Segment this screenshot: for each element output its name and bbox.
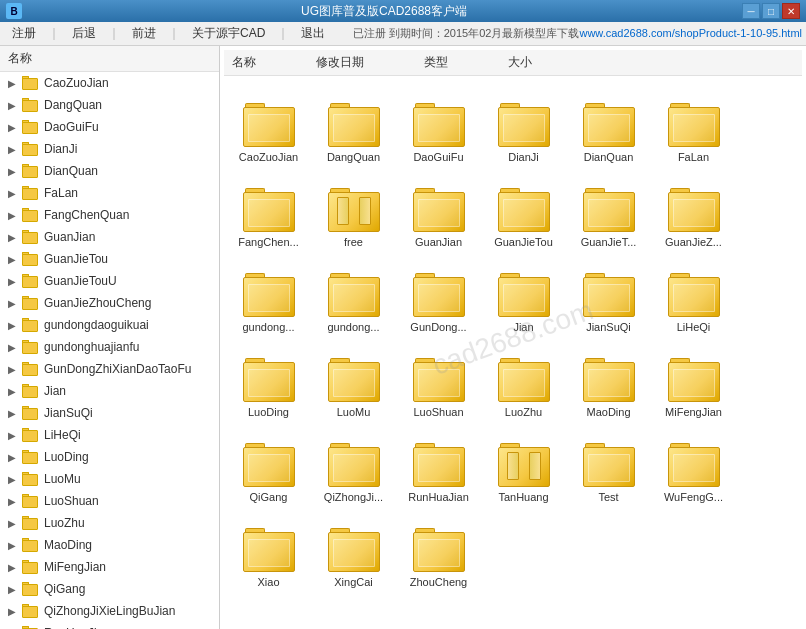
right-column-headers: 名称 修改日期 类型 大小 <box>224 50 802 76</box>
tree-item[interactable]: ▶ JianSuQi <box>0 402 219 424</box>
folder-item[interactable]: Jian <box>481 252 566 337</box>
expand-arrow: ▶ <box>8 408 20 419</box>
tree-item[interactable]: ▶ GuanJieTouU <box>0 270 219 292</box>
download-link[interactable]: www.cad2688.com/shopProduct-1-10-95.html <box>579 27 802 39</box>
tree-item[interactable]: ▶ Jian <box>0 380 219 402</box>
folder-item[interactable]: DianJi <box>481 82 566 167</box>
folder-item[interactable]: Xiao <box>226 507 311 592</box>
menu-forward[interactable]: 前进 <box>124 23 164 44</box>
tree-item[interactable]: ▶ MiFengJian <box>0 556 219 578</box>
folder-item[interactable]: MaoDing <box>566 337 651 422</box>
tree-item[interactable]: ▶ LiHeQi <box>0 424 219 446</box>
tree-item[interactable]: ▶ gundonghuajianfu <box>0 336 219 358</box>
folder-item[interactable]: FaLan <box>651 82 736 167</box>
folder-large-icon <box>328 103 380 147</box>
folder-label: GunDong... <box>410 321 466 333</box>
app-icon: B <box>6 3 22 19</box>
folder-label: GuanJieT... <box>581 236 637 248</box>
title-bar: B UG图库普及版CAD2688客户端 ─ □ ✕ <box>0 0 806 22</box>
menu-register[interactable]: 注册 <box>4 23 44 44</box>
folder-item[interactable]: RunHuaJian <box>396 422 481 507</box>
tree-item[interactable]: ▶ GuanJieTou <box>0 248 219 270</box>
folder-label: FaLan <box>678 151 709 163</box>
expand-arrow: ▶ <box>8 518 20 529</box>
tree-item[interactable]: ▶ FangChenQuan <box>0 204 219 226</box>
folder-item[interactable]: free <box>311 167 396 252</box>
tree-item[interactable]: ▶ GuanJieZhouCheng <box>0 292 219 314</box>
folder-item[interactable]: XingCai <box>311 507 396 592</box>
tree-item[interactable]: ▶ gundongdaoguikuai <box>0 314 219 336</box>
menu-back[interactable]: 后退 <box>64 23 104 44</box>
tree-item[interactable]: ▶ LuoDing <box>0 446 219 468</box>
tree-item[interactable]: ▶ DianQuan <box>0 160 219 182</box>
folder-item[interactable]: FangChen... <box>226 167 311 252</box>
tree-item[interactable]: ▶ CaoZuoJian <box>0 72 219 94</box>
folder-item[interactable]: CaoZuoJian <box>226 82 311 167</box>
tree-item[interactable]: ▶ RunHuaJian <box>0 622 219 629</box>
expand-arrow: ▶ <box>8 232 20 243</box>
folder-icon <box>22 582 40 596</box>
folder-label: MaoDing <box>586 406 630 418</box>
menu-exit[interactable]: 退出 <box>293 23 333 44</box>
folder-item[interactable]: ZhouCheng <box>396 507 481 592</box>
tree-item[interactable]: ▶ GuanJian <box>0 226 219 248</box>
folder-item[interactable]: MiFengJian <box>651 337 736 422</box>
menu-about[interactable]: 关于源宇CAD <box>184 23 273 44</box>
folder-icon <box>22 296 40 310</box>
tree-item[interactable]: ▶ DaoGuiFu <box>0 116 219 138</box>
folder-item[interactable]: DaoGuiFu <box>396 82 481 167</box>
folder-icon <box>22 98 40 112</box>
expand-arrow: ▶ <box>8 364 20 375</box>
folder-item[interactable]: GuanJian <box>396 167 481 252</box>
tree-item-label: Jian <box>44 384 66 398</box>
tree-item[interactable]: ▶ GunDongZhiXianDaoTaoFu <box>0 358 219 380</box>
folder-large-icon <box>328 358 380 402</box>
folder-item[interactable]: DangQuan <box>311 82 396 167</box>
tree-item[interactable]: ▶ QiGang <box>0 578 219 600</box>
folder-large-icon <box>243 103 295 147</box>
tree-item-label: QiGang <box>44 582 85 596</box>
folder-item[interactable]: QiZhongJi... <box>311 422 396 507</box>
folder-item[interactable]: QiGang <box>226 422 311 507</box>
restore-button[interactable]: □ <box>762 3 780 19</box>
col-date: 修改日期 <box>316 54 364 71</box>
tree-item-label: LiHeQi <box>44 428 81 442</box>
folder-label: JianSuQi <box>586 321 631 333</box>
col-name: 名称 <box>232 54 256 71</box>
expand-arrow: ▶ <box>8 78 20 89</box>
folder-item[interactable]: GuanJieT... <box>566 167 651 252</box>
folder-label: GuanJieTou <box>494 236 553 248</box>
folder-large-icon <box>328 443 380 487</box>
close-button[interactable]: ✕ <box>782 3 800 19</box>
folder-item[interactable]: DianQuan <box>566 82 651 167</box>
folder-label: DianJi <box>508 151 539 163</box>
folder-item[interactable]: Test <box>566 422 651 507</box>
folder-item[interactable]: LuoDing <box>226 337 311 422</box>
folder-item[interactable]: LiHeQi <box>651 252 736 337</box>
tree-item[interactable]: ▶ DianJi <box>0 138 219 160</box>
tree-item[interactable]: ▶ MaoDing <box>0 534 219 556</box>
expand-arrow: ▶ <box>8 562 20 573</box>
folder-item[interactable]: gundong... <box>311 252 396 337</box>
expand-arrow: ▶ <box>8 144 20 155</box>
tree-item[interactable]: ▶ LuoShuan <box>0 490 219 512</box>
expand-arrow: ▶ <box>8 606 20 617</box>
folder-item[interactable]: LuoMu <box>311 337 396 422</box>
folder-item[interactable]: WuFengG... <box>651 422 736 507</box>
folder-item[interactable]: gundong... <box>226 252 311 337</box>
folder-item[interactable]: TanHuang <box>481 422 566 507</box>
tree-item[interactable]: ▶ QiZhongJiXieLingBuJian <box>0 600 219 622</box>
tree-item[interactable]: ▶ LuoMu <box>0 468 219 490</box>
folder-item[interactable]: GunDong... <box>396 252 481 337</box>
tree-item[interactable]: ▶ FaLan <box>0 182 219 204</box>
expand-arrow: ▶ <box>8 452 20 463</box>
tree-item[interactable]: ▶ DangQuan <box>0 94 219 116</box>
folder-item[interactable]: JianSuQi <box>566 252 651 337</box>
folder-item[interactable]: LuoShuan <box>396 337 481 422</box>
folder-item[interactable]: GuanJieTou <box>481 167 566 252</box>
tree-item[interactable]: ▶ LuoZhu <box>0 512 219 534</box>
folder-item[interactable]: GuanJieZ... <box>651 167 736 252</box>
folder-item[interactable]: LuoZhu <box>481 337 566 422</box>
folder-large-icon <box>243 273 295 317</box>
minimize-button[interactable]: ─ <box>742 3 760 19</box>
